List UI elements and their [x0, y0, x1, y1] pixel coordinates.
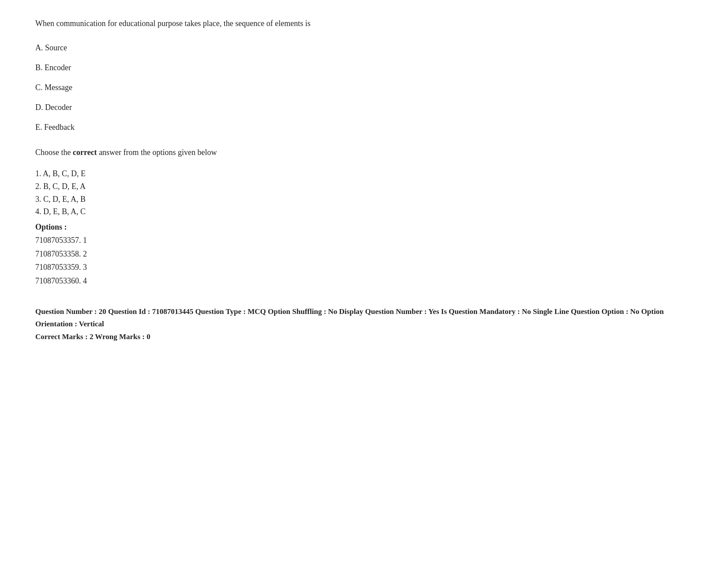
option-b-label: B. [35, 63, 45, 72]
answer-option-4: 4. D, E, B, A, C [35, 205, 693, 218]
answer-2-text: B, C, D, E, A [43, 182, 86, 191]
option-d-text: Decoder [45, 103, 72, 112]
option-id-3-id: 71087053359. [35, 263, 81, 272]
options-list: A. Source B. Encoder C. Message D. Decod… [35, 42, 693, 133]
option-id-3: 71087053359. 3 [35, 261, 693, 274]
option-e-label: E. [35, 123, 44, 132]
option-id-4: 71087053360. 4 [35, 274, 693, 288]
option-a-text: Source [45, 43, 67, 52]
option-b: B. Encoder [35, 62, 693, 74]
options-section: Options : 71087053357. 1 71087053358. 2 … [35, 223, 693, 287]
question-text: When communication for educational purpo… [35, 18, 693, 30]
meta-section: Question Number : 20 Question Id : 71087… [35, 306, 693, 344]
option-a-label: A. [35, 43, 45, 52]
option-d: D. Decoder [35, 102, 693, 113]
option-id-4-id: 71087053360. [35, 276, 81, 285]
answer-1-text: A, B, C, D, E [43, 169, 86, 178]
choose-instruction: Choose the correct answer from the optio… [35, 147, 693, 159]
answer-1-number: 1. [35, 169, 43, 178]
question-container: When communication for educational purpo… [35, 18, 693, 344]
question-text-content: When communication for educational purpo… [35, 19, 311, 28]
meta-line2: Correct Marks : 2 Wrong Marks : 0 [35, 331, 693, 344]
options-label: Options : [35, 223, 693, 232]
answer-4-number: 4. [35, 207, 43, 216]
choose-suffix: answer from the options given below [97, 148, 217, 157]
option-id-2-id: 71087053358. [35, 249, 81, 258]
choose-prefix: Choose the [35, 148, 73, 157]
option-a: A. Source [35, 42, 693, 54]
option-id-2: 71087053358. 2 [35, 247, 693, 261]
option-id-1-id: 71087053357. [35, 236, 81, 245]
option-id-4-number: 4 [83, 276, 87, 285]
answer-3-number: 3. [35, 195, 43, 204]
answer-options-list: 1. A, B, C, D, E 2. B, C, D, E, A 3. C, … [35, 167, 693, 218]
answer-option-3: 3. C, D, E, A, B [35, 193, 693, 206]
answer-3-text: C, D, E, A, B [43, 195, 86, 204]
meta-line1: Question Number : 20 Question Id : 71087… [35, 306, 693, 331]
option-id-3-number: 3 [83, 263, 87, 272]
choose-bold: correct [73, 148, 97, 157]
answer-option-1: 1. A, B, C, D, E [35, 167, 693, 180]
option-id-1-number: 1 [83, 236, 87, 245]
answer-option-2: 2. B, C, D, E, A [35, 180, 693, 193]
option-e-text: Feedback [44, 123, 75, 132]
option-id-2-number: 2 [83, 249, 87, 258]
option-c-label: C. [35, 83, 45, 92]
option-b-text: Encoder [45, 63, 71, 72]
answer-4-text: D, E, B, A, C [43, 207, 86, 216]
option-c-text: Message [45, 83, 72, 92]
option-id-1: 71087053357. 1 [35, 234, 693, 247]
option-e: E. Feedback [35, 121, 693, 133]
option-c: C. Message [35, 82, 693, 94]
answer-2-number: 2. [35, 182, 43, 191]
option-d-label: D. [35, 103, 45, 112]
